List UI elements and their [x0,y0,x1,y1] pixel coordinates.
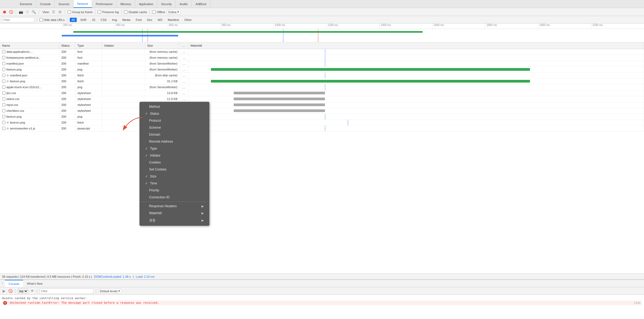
tab-security[interactable]: Security [157,0,176,8]
row-checkbox[interactable] [2,56,5,59]
more-button[interactable]: … [182,85,186,89]
row-checkbox[interactable] [2,86,5,89]
tab-memory[interactable]: Memory [117,0,135,8]
filter-font[interactable]: Font [134,18,144,22]
more-button[interactable]: … [182,73,186,77]
ctx-item-type[interactable]: ✓ Type [140,145,209,152]
filter-doc[interactable]: Doc [145,18,154,22]
col-header-size[interactable]: Size [145,42,180,49]
col-header-initiator[interactable]: Initiator [102,42,145,49]
tab-performance[interactable]: Performance [92,0,117,8]
row-checkbox[interactable] [2,97,5,101]
ctx-item-cookies[interactable]: Cookies [140,159,209,166]
col-header-status[interactable]: Status [59,42,75,49]
more-button[interactable]: … [182,50,186,54]
cell-status: 200 [59,78,75,84]
ctx-item-method[interactable]: Method [140,103,209,110]
online-select[interactable]: Online ▾ [167,10,181,14]
tab-network[interactable]: Network [74,0,92,8]
row-checkbox[interactable] [2,62,5,65]
group-by-frame-checkbox[interactable]: Group by frame [68,10,93,14]
name-text: data:application/x-... [6,50,33,53]
submenu-arrow-icon: ▶ [202,212,204,215]
ctx-item-initiator[interactable]: ✓ Initiator [140,152,209,159]
filter-input[interactable] [2,17,34,23]
ctx-check: ✓ [145,181,148,185]
more-button[interactable]: … [182,67,186,72]
filter-other[interactable]: Other [182,18,194,22]
row-checkbox[interactable] [2,80,5,83]
stop-button[interactable]: 🚫 [9,10,13,14]
filter-img[interactable]: Img [110,18,119,22]
hide-data-urls-checkbox[interactable]: Hide data URLs [39,18,65,21]
bottom-panel-icon[interactable]: ⋮ [0,280,5,287]
tab-whats-new[interactable]: What's New [23,280,46,287]
ctx-item-time[interactable]: ✓ Time [140,180,209,187]
tab-adblock[interactable]: AdBlock [192,0,210,8]
ctx-item-waterfall[interactable]: Waterfall ▶ [140,210,209,217]
ctx-item-status[interactable]: ✓ Status [140,110,209,117]
tab-application[interactable]: Application [135,0,158,8]
tab-elements[interactable]: Elements [16,0,36,8]
row-checkbox[interactable] [2,103,5,106]
ctx-item-scheme[interactable]: Scheme [140,124,209,131]
view-list-icon[interactable]: ☰ [51,10,56,14]
more-button[interactable]: … [182,91,186,95]
tab-sources[interactable]: Sources [55,0,73,8]
preserve-log-checkbox[interactable]: Preserve log [98,10,119,14]
levels-select[interactable]: Default levels ▾ [98,289,121,293]
run-icon[interactable]: ▶ [2,289,6,294]
tab-audits[interactable]: Audits [176,0,192,8]
row-checkbox[interactable] [2,121,5,124]
clear-icon[interactable]: 🚫 [8,289,13,294]
more-button[interactable]: … [182,61,186,66]
filter-manifest[interactable]: Manifest [166,18,181,22]
col-header-type[interactable]: Type [75,42,102,49]
ctx-item-priority[interactable]: Priority [140,187,209,194]
row-checkbox[interactable] [2,68,5,71]
cell-type: stylesheet [75,108,102,114]
ctx-item-domain[interactable]: Domain [140,131,209,138]
col-header-name[interactable]: Name [0,42,59,49]
dom-content-loaded-link[interactable]: DOMContentLoaded: 1.48 s [94,275,131,278]
filter-all[interactable]: All [70,18,77,22]
search-icon[interactable]: 🔍 [31,10,36,14]
more-button[interactable]: … [182,79,186,83]
ctx-item-protocol[interactable]: Protocol [140,117,209,124]
ctx-item-remote-address[interactable]: Remote Address [140,138,209,145]
eye-icon[interactable]: 👁 [30,289,35,294]
row-checkbox[interactable] [2,127,5,130]
console-filter-input[interactable] [40,288,93,294]
row-checkbox[interactable] [2,109,5,112]
disable-cache-checkbox[interactable]: Disable cache [124,10,147,14]
load-link[interactable]: Load: 2.15 ms [136,275,155,278]
context-select[interactable]: top [18,288,28,294]
tab-console-bottom[interactable]: Console [5,280,23,287]
record-button[interactable]: ⏺ [2,10,7,14]
view-large-icon[interactable]: ⊞ [58,10,63,14]
filter-ws[interactable]: WS [156,18,164,22]
separator-1 [16,10,16,14]
filter-css[interactable]: CSS [99,18,109,22]
filter-media[interactable]: Media [120,18,132,22]
ctx-check: ✓ [145,175,148,178]
ctx-item-connection-id[interactable]: Connection ID [140,194,209,201]
ctx-item-size[interactable]: ✓ Size [140,173,209,180]
col-header-waterfall[interactable]: Waterfall [188,42,644,49]
col-header-more[interactable]: … [180,42,188,49]
more-button[interactable]: … [182,97,186,101]
ctx-item-语音[interactable]: 语音 ▶ [140,217,209,224]
offline-checkbox[interactable]: Offline [152,10,165,14]
camera-icon[interactable]: 📷 [19,10,23,14]
filter-js[interactable]: JS [90,18,97,22]
row-checkbox[interactable] [2,50,5,53]
tab-console[interactable]: Console [36,0,55,8]
more-button[interactable]: … [182,55,186,60]
ctx-item-response-headers[interactable]: Response Headers ▶ [140,203,209,210]
ctx-item-set-cookies[interactable]: Set Cookies [140,166,209,173]
row-checkbox[interactable] [2,91,5,95]
row-checkbox[interactable] [2,115,5,118]
filter-icon[interactable]: ▽ [25,10,30,14]
filter-xhr[interactable]: XHR [78,18,88,22]
row-checkbox[interactable] [2,74,5,77]
